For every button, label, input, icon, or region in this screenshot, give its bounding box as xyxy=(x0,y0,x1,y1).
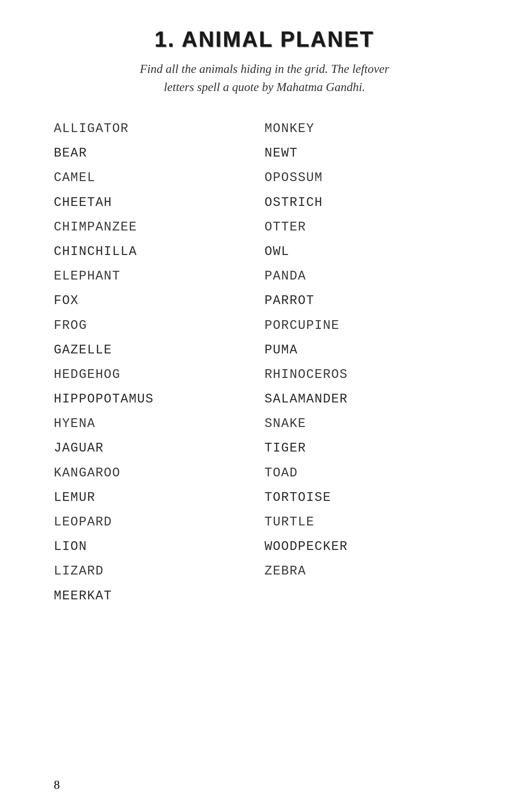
list-item: PARROT xyxy=(264,288,475,313)
list-item: OPOSSUM xyxy=(264,165,475,190)
list-item: SALAMANDER xyxy=(264,387,475,411)
list-item: KANGAROO xyxy=(54,461,264,485)
list-item: OWL xyxy=(264,239,475,264)
list-item: ALLIGATOR xyxy=(54,116,264,141)
list-item: TURTLE xyxy=(264,510,475,534)
list-item: MONKEY xyxy=(264,116,475,141)
list-item: WOODPECKER xyxy=(264,534,475,559)
list-item: LEOPARD xyxy=(54,510,264,534)
list-item: JAGUAR xyxy=(54,436,264,460)
page-subtitle: Find all the animals hiding in the grid.… xyxy=(54,60,475,96)
list-item: TOAD xyxy=(264,461,475,485)
list-item: GAZELLE xyxy=(54,338,264,362)
list-item: SNAKE xyxy=(264,411,475,436)
subtitle-line1: Find all the animals hiding in the grid.… xyxy=(140,62,389,76)
word-column-right: MONKEYNEWTOPOSSUMOSTRICHOTTEROWLPANDAPAR… xyxy=(264,116,475,608)
list-item: CHEETAH xyxy=(54,190,264,215)
list-item: PANDA xyxy=(264,264,475,288)
list-item: MEERKAT xyxy=(54,583,264,608)
list-item: OTTER xyxy=(264,215,475,239)
list-item: PUMA xyxy=(264,338,475,362)
list-item: ELEPHANT xyxy=(54,264,264,288)
list-item: HEDGEHOG xyxy=(54,362,264,387)
list-item: CHIMPANZEE xyxy=(54,215,264,239)
word-list: ALLIGATORBEARCAMELCHEETAHCHIMPANZEECHINC… xyxy=(54,116,475,608)
list-item: NEWT xyxy=(264,141,475,165)
list-item: ZEBRA xyxy=(264,559,475,583)
page-number: 8 xyxy=(54,778,60,792)
list-item: HYENA xyxy=(54,411,264,436)
list-item: PORCUPINE xyxy=(264,313,475,338)
list-item: BEAR xyxy=(54,141,264,165)
list-item: LIZARD xyxy=(54,559,264,583)
list-item: RHINOCEROS xyxy=(264,362,475,387)
list-item: OSTRICH xyxy=(264,190,475,215)
word-column-left: ALLIGATORBEARCAMELCHEETAHCHIMPANZEECHINC… xyxy=(54,116,264,608)
list-item: TORTOISE xyxy=(264,485,475,510)
list-item: FROG xyxy=(54,313,264,338)
list-item: HIPPOPOTAMUS xyxy=(54,387,264,411)
list-item: LEMUR xyxy=(54,485,264,510)
list-item: CHINCHILLA xyxy=(54,239,264,264)
list-item: FOX xyxy=(54,288,264,313)
subtitle-line2: letters spell a quote by Mahatma Gandhi. xyxy=(164,80,365,94)
page-title: 1. ANIMAL PLANET xyxy=(54,27,475,52)
list-item: TIGER xyxy=(264,436,475,460)
list-item: LION xyxy=(54,534,264,559)
list-item: CAMEL xyxy=(54,165,264,190)
